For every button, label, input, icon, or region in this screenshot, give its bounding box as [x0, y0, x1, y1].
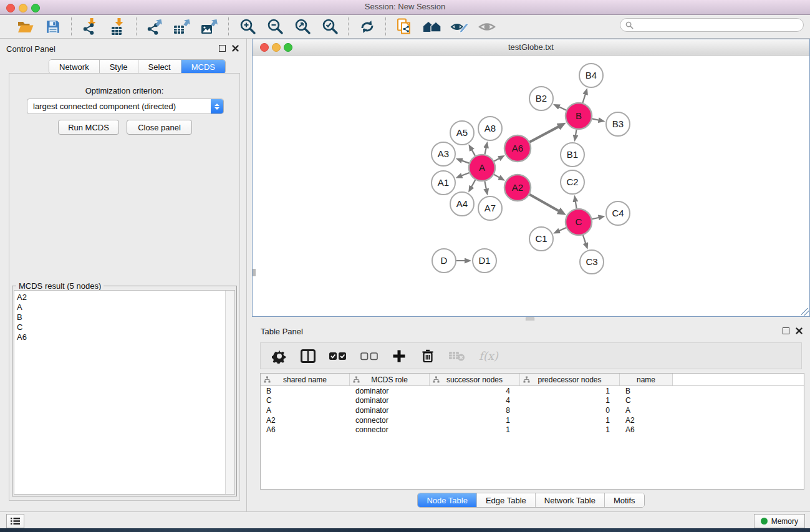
node-B3[interactable]: B3 [606, 112, 630, 136]
zoom-out-icon[interactable] [266, 18, 284, 36]
mcds-result-item[interactable]: B [17, 312, 234, 322]
column-header-name[interactable]: name [620, 374, 673, 385]
zoom-in-icon[interactable] [238, 18, 257, 36]
cell-successor-nodes[interactable]: 1 [430, 416, 520, 425]
split-view-icon[interactable] [301, 348, 316, 364]
documents-share-icon[interactable] [395, 18, 414, 36]
column-header-MCDS-role[interactable]: MCDS role [350, 374, 430, 385]
float-table-panel-icon[interactable] [783, 327, 789, 334]
eye-icon[interactable] [478, 18, 496, 36]
cell-MCDS-role[interactable]: connector [350, 416, 430, 425]
node-A2[interactable]: A2 [504, 175, 531, 201]
cell-shared-name[interactable]: A6 [261, 425, 350, 434]
table-row[interactable]: A2connector11A2 [261, 415, 804, 425]
node-A1[interactable]: A1 [432, 171, 455, 195]
cell-shared-name[interactable]: A2 [261, 416, 350, 425]
close-table-panel-icon[interactable] [796, 327, 803, 334]
eye-pen-icon[interactable] [450, 18, 469, 36]
tab-network[interactable]: Network [49, 60, 100, 74]
cell-successor-nodes[interactable]: 4 [430, 396, 520, 405]
edge-C-C4[interactable] [592, 218, 599, 220]
edge-C-C2[interactable] [576, 201, 577, 209]
export-image-icon[interactable] [201, 18, 219, 36]
tab-style[interactable]: Style [100, 60, 138, 74]
cell-shared-name[interactable]: C [261, 396, 350, 405]
edge-C-C3[interactable] [583, 235, 586, 244]
memory-button[interactable]: Memory [754, 514, 805, 528]
edge-B-B2[interactable] [559, 107, 566, 110]
houses-icon[interactable] [423, 18, 441, 36]
cell-shared-name[interactable]: B [261, 387, 350, 395]
edge-A-A5[interactable] [471, 150, 475, 156]
edge-A-A3[interactable] [461, 160, 469, 163]
edge-A-A7[interactable] [485, 181, 486, 190]
cell-MCDS-role[interactable]: connector [350, 425, 430, 434]
node-C2[interactable]: C2 [561, 170, 584, 194]
mcds-result-item[interactable]: A2 [17, 293, 234, 302]
mcds-result-item[interactable]: C [17, 322, 234, 332]
node-C[interactable]: C [566, 209, 592, 235]
edge-C-C1[interactable] [559, 228, 566, 231]
cell-shared-name[interactable]: A [261, 406, 350, 415]
edge-B-B1[interactable] [576, 130, 577, 136]
tab-mcds[interactable]: MCDS [181, 60, 225, 74]
close-panel-icon[interactable] [232, 45, 239, 52]
cell-MCDS-role[interactable]: dominator [350, 406, 430, 415]
table-row[interactable]: A6connector11A6 [261, 425, 804, 435]
node-D[interactable]: D [432, 249, 456, 273]
cell-name[interactable]: C [620, 396, 673, 405]
node-table[interactable]: shared nameMCDS rolesuccessor nodesprede… [260, 373, 804, 490]
cell-successor-nodes[interactable]: 1 [430, 425, 520, 434]
node-C1[interactable]: C1 [529, 227, 553, 251]
tab-edge-table[interactable]: Edge Table [477, 493, 536, 507]
zoom-selected-icon[interactable] [321, 18, 339, 36]
edge-A2-C[interactable] [529, 195, 559, 211]
cell-name[interactable]: A [620, 406, 673, 415]
edge-A-A4[interactable] [471, 180, 475, 187]
run-mcds-button[interactable]: Run MCDS [58, 120, 119, 135]
network-graph[interactable]: B4B2BB3A8A5A6B1A3AA1C2A2A4A7C4CC1C3DD1 [253, 56, 809, 317]
gear-icon[interactable] [272, 348, 287, 364]
open-folder-icon[interactable] [16, 18, 35, 36]
node-C4[interactable]: C4 [606, 201, 630, 225]
node-B4[interactable]: B4 [579, 64, 603, 87]
mcds-result-item[interactable]: A6 [17, 332, 234, 342]
edge-B-B3[interactable] [592, 118, 599, 120]
mcds-result-list[interactable]: A2ABCA6 [14, 290, 235, 495]
cell-predecessor-nodes[interactable]: 0 [520, 406, 620, 415]
edge-A-A2[interactable] [494, 175, 499, 178]
refresh-icon[interactable] [358, 18, 377, 36]
search-input[interactable] [634, 20, 803, 30]
table-row[interactable]: Cdominator41C [261, 396, 804, 406]
trash-icon[interactable] [420, 348, 435, 364]
deselect-all-icon[interactable] [360, 348, 378, 364]
cell-successor-nodes[interactable]: 8 [430, 406, 520, 415]
tab-node-table[interactable]: Node Table [418, 493, 477, 507]
table-row[interactable]: Bdominator41B [261, 386, 804, 396]
select-all-icon[interactable] [329, 348, 347, 364]
cell-name[interactable]: A2 [620, 416, 673, 425]
optimization-criterion-select[interactable]: largest connected component (directed) [27, 99, 224, 114]
network-window-titlebar[interactable]: testGlobe.txt [253, 39, 809, 56]
node-A7[interactable]: A7 [478, 196, 502, 220]
network-canvas[interactable]: B4B2BB3A8A5A6B1A3AA1C2A2A4A7C4CC1C3DD1 [253, 56, 809, 316]
node-A5[interactable]: A5 [450, 121, 474, 145]
node-A[interactable]: A [469, 155, 495, 181]
scrollbar[interactable] [225, 291, 234, 494]
edge-A6-B[interactable] [529, 127, 559, 142]
cell-MCDS-role[interactable]: dominator [350, 387, 430, 395]
export-table-icon[interactable] [173, 18, 192, 36]
edge-A-A1[interactable] [461, 173, 470, 176]
node-A6[interactable]: A6 [504, 135, 531, 162]
edge-A-A6[interactable] [494, 158, 499, 162]
export-network-icon[interactable] [146, 18, 165, 36]
node-A4[interactable]: A4 [450, 192, 474, 216]
node-B[interactable]: B [566, 103, 592, 129]
tab-network-table[interactable]: Network Table [536, 493, 605, 507]
close-panel-button[interactable]: Close panel [127, 120, 192, 135]
node-D1[interactable]: D1 [473, 249, 496, 273]
cell-predecessor-nodes[interactable]: 1 [520, 396, 620, 405]
cell-name[interactable]: A6 [620, 425, 673, 434]
cell-successor-nodes[interactable]: 4 [430, 387, 520, 395]
node-A8[interactable]: A8 [478, 117, 502, 140]
